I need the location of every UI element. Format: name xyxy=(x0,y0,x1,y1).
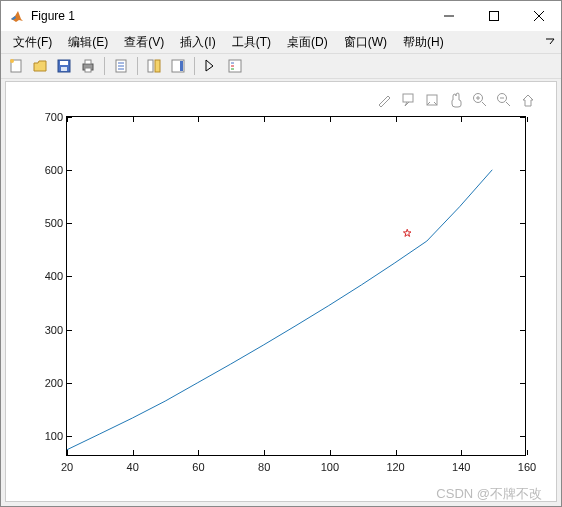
window-title: Figure 1 xyxy=(31,9,426,23)
x-tick-label: 120 xyxy=(386,461,404,473)
edit-plot-button[interactable] xyxy=(200,55,222,77)
y-tick-label: 600 xyxy=(29,164,63,176)
x-tick-label: 40 xyxy=(127,461,139,473)
toolbar-separator xyxy=(137,57,138,75)
menu-insert[interactable]: 插入(I) xyxy=(172,32,223,53)
brush-icon[interactable] xyxy=(374,90,394,110)
insert-legend-button[interactable] xyxy=(224,55,246,77)
colorbar-button[interactable] xyxy=(167,55,189,77)
svg-rect-10 xyxy=(85,60,91,64)
y-tick-label: 200 xyxy=(29,377,63,389)
figure-window: Figure 1 文件(F) 编辑(E) 查看(V) 插入(I) 工具(T) 桌… xyxy=(0,0,562,507)
menu-edit[interactable]: 编辑(E) xyxy=(60,32,116,53)
svg-rect-24 xyxy=(403,94,413,102)
menu-window[interactable]: 窗口(W) xyxy=(336,32,395,53)
matlab-logo-icon xyxy=(9,8,25,24)
zoom-in-icon[interactable] xyxy=(470,90,490,110)
svg-point-5 xyxy=(10,59,14,63)
svg-rect-7 xyxy=(60,61,68,65)
menubar: 文件(F) 编辑(E) 查看(V) 插入(I) 工具(T) 桌面(D) 窗口(W… xyxy=(1,31,561,53)
y-tick-label: 100 xyxy=(29,430,63,442)
svg-line-29 xyxy=(482,102,486,106)
line-plot xyxy=(67,117,525,455)
toolbar-separator xyxy=(104,57,105,75)
svg-line-33 xyxy=(506,102,510,106)
plot-area: 100200300400500600700 204060801001201401… xyxy=(5,81,557,502)
menu-view[interactable]: 查看(V) xyxy=(116,32,172,53)
x-tick-label: 60 xyxy=(192,461,204,473)
y-tick-label: 500 xyxy=(29,217,63,229)
axes-toolbar xyxy=(374,90,538,110)
x-tick-label: 160 xyxy=(518,461,536,473)
svg-rect-19 xyxy=(180,61,183,71)
titlebar: Figure 1 xyxy=(1,1,561,31)
close-button[interactable] xyxy=(516,1,561,31)
link-plot-button[interactable] xyxy=(143,55,165,77)
svg-rect-16 xyxy=(148,60,153,72)
minimize-button[interactable] xyxy=(426,1,471,31)
restore-view-icon[interactable] xyxy=(518,90,538,110)
y-tick-label: 700 xyxy=(29,111,63,123)
menu-tools[interactable]: 工具(T) xyxy=(224,32,279,53)
pan-icon[interactable] xyxy=(446,90,466,110)
svg-rect-17 xyxy=(155,60,160,72)
zoom-out-icon[interactable] xyxy=(494,90,514,110)
x-tick-label: 20 xyxy=(61,461,73,473)
svg-rect-1 xyxy=(489,12,498,21)
toolbar xyxy=(1,53,561,79)
svg-rect-8 xyxy=(61,67,67,71)
y-tick-label: 400 xyxy=(29,270,63,282)
rotate3d-icon[interactable] xyxy=(422,90,442,110)
maximize-button[interactable] xyxy=(471,1,516,31)
axes[interactable]: 100200300400500600700 204060801001201401… xyxy=(66,116,526,456)
print-preview-button[interactable] xyxy=(110,55,132,77)
toolbar-dropdown-icon[interactable] xyxy=(545,35,555,49)
x-tick-label: 100 xyxy=(321,461,339,473)
menu-help[interactable]: 帮助(H) xyxy=(395,32,452,53)
watermark-text: CSDN @不牌不改 xyxy=(436,485,542,503)
menu-desktop[interactable]: 桌面(D) xyxy=(279,32,336,53)
print-button[interactable] xyxy=(77,55,99,77)
svg-rect-20 xyxy=(229,60,241,72)
open-button[interactable] xyxy=(29,55,51,77)
toolbar-separator xyxy=(194,57,195,75)
window-buttons xyxy=(426,1,561,31)
x-tick-label: 80 xyxy=(258,461,270,473)
save-button[interactable] xyxy=(53,55,75,77)
y-tick-label: 300 xyxy=(29,324,63,336)
x-tick-label: 140 xyxy=(452,461,470,473)
menu-file[interactable]: 文件(F) xyxy=(5,32,60,53)
new-figure-button[interactable] xyxy=(5,55,27,77)
svg-rect-11 xyxy=(85,68,91,72)
datatip-icon[interactable] xyxy=(398,90,418,110)
